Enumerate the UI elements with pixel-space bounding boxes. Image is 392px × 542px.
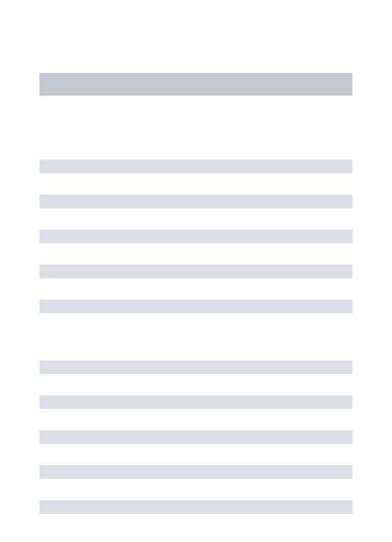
text-line-placeholder [40,265,352,278]
skeleton-container [0,0,392,514]
section-gap [40,334,352,360]
text-line-placeholder [40,230,352,243]
text-line-placeholder [40,500,352,514]
text-line-placeholder [40,360,352,374]
text-line-placeholder [40,395,352,409]
text-line-placeholder [40,160,352,173]
text-line-placeholder [40,195,352,208]
title-placeholder [40,73,352,96]
text-line-placeholder [40,430,352,444]
text-line-placeholder [40,465,352,479]
text-line-placeholder [40,300,352,313]
